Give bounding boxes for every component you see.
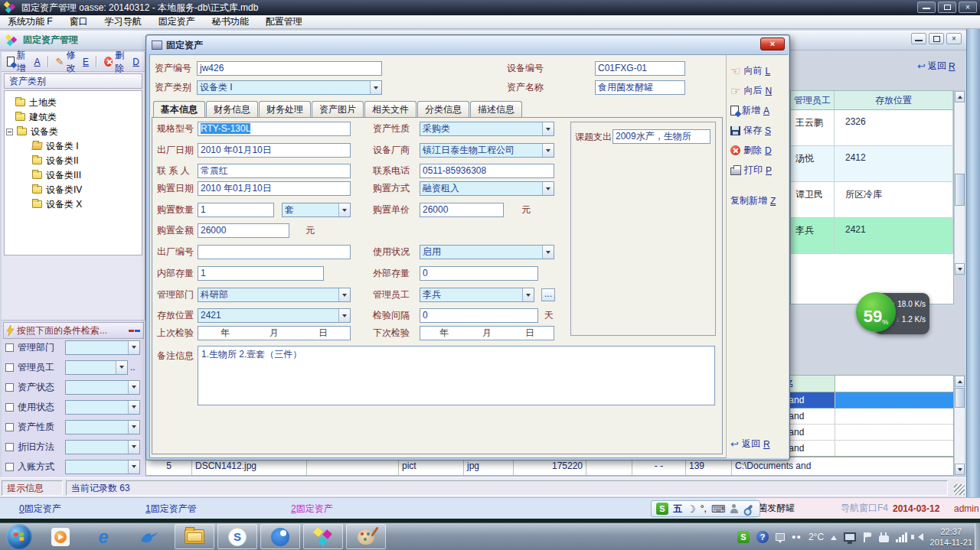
- scroll-up-button[interactable]: [955, 376, 965, 387]
- qty-input[interactable]: 1: [198, 203, 274, 217]
- taskbar-bird-icon[interactable]: [138, 526, 161, 548]
- copy-add-button[interactable]: 复制新增Z: [730, 194, 776, 207]
- scroll-down-button[interactable]: [955, 464, 965, 475]
- weather-temp[interactable]: 2°C: [808, 532, 824, 542]
- memory-ball[interactable]: 59 %: [856, 292, 896, 332]
- spec-input[interactable]: RTY-S-130L: [198, 122, 351, 136]
- wintab-1[interactable]: 1固定资产管: [145, 503, 197, 516]
- file-list-row[interactable]: nts and: [773, 425, 953, 441]
- tree-item-equipment[interactable]: 设备类: [6, 125, 58, 138]
- table-row[interactable]: 王云鹏 2326: [791, 110, 953, 146]
- tree-item-equipment-x[interactable]: 设备类 X: [32, 197, 82, 211]
- wubi-icon[interactable]: 五: [673, 503, 682, 516]
- network-monitor-icon[interactable]: [844, 532, 856, 542]
- buy-mode-select[interactable]: 融资租入: [420, 181, 554, 196]
- menu-secretary[interactable]: 秘书功能: [212, 15, 249, 28]
- scroll-down-button[interactable]: [955, 263, 965, 275]
- dropdown-button[interactable]: [338, 309, 350, 322]
- tab-related-files[interactable]: 相关文件: [364, 101, 416, 118]
- last-check-input[interactable]: 年月日: [198, 326, 351, 340]
- tab-asset-photo[interactable]: 资产图片: [312, 101, 364, 118]
- dropdown-button[interactable]: [338, 203, 350, 216]
- category-delete-button[interactable]: 删除D: [102, 47, 142, 76]
- asset-state-checkbox[interactable]: [5, 383, 14, 392]
- tree-item-equipment-2[interactable]: 设备类II: [32, 154, 79, 168]
- wintab-0[interactable]: 0固定资产: [19, 503, 61, 516]
- tree-item-building[interactable]: 建筑类: [15, 110, 57, 124]
- mdi-close-button[interactable]: ×: [946, 33, 962, 44]
- tray-sogou-icon[interactable]: S: [737, 531, 750, 543]
- use-state-select[interactable]: 启用: [420, 245, 554, 259]
- nature-filter-select[interactable]: [65, 420, 140, 434]
- scroll-thumb[interactable]: [955, 174, 965, 206]
- wintab-2-active[interactable]: 2固定资产: [291, 503, 333, 516]
- dropdown-button[interactable]: [128, 381, 139, 394]
- punctuation-icon[interactable]: °,: [701, 503, 707, 514]
- scroll-thumb[interactable]: [955, 388, 965, 408]
- staff-more-button[interactable]: ...: [541, 288, 555, 301]
- file-list-row[interactable]: nts and: [773, 408, 953, 425]
- dropdown-button[interactable]: [128, 341, 139, 354]
- collapse-icon[interactable]: [6, 129, 13, 135]
- action-center-flag-icon[interactable]: [863, 532, 872, 542]
- delete-button[interactable]: 删除D: [730, 144, 772, 157]
- taskbar-asset-app-button[interactable]: [303, 524, 343, 549]
- nav-window-label[interactable]: 导航窗口F4: [841, 502, 888, 515]
- table-row[interactable]: 汤悦 2412: [791, 146, 953, 182]
- contact-input[interactable]: 常震红: [198, 164, 351, 178]
- taskbar-browser-button[interactable]: [260, 524, 300, 549]
- dropdown-button[interactable]: [542, 122, 554, 135]
- scroll-up-button[interactable]: [955, 91, 965, 103]
- signal-bars-icon[interactable]: [896, 532, 907, 542]
- unit-select[interactable]: 套: [282, 203, 351, 217]
- nature-checkbox[interactable]: [5, 423, 14, 431]
- phone-input[interactable]: 0511-85936308: [420, 164, 554, 178]
- dropdown-button[interactable]: [128, 421, 139, 434]
- dropdown-button[interactable]: [542, 182, 554, 195]
- print-button[interactable]: 打印P: [730, 164, 772, 177]
- project-input[interactable]: 2009水产，生物所: [612, 129, 710, 144]
- tray-window-icon[interactable]: [776, 533, 785, 541]
- file-list-row-selected[interactable]: nts and: [773, 392, 953, 408]
- close-button[interactable]: ×: [959, 2, 977, 13]
- dropdown-button[interactable]: [128, 461, 139, 474]
- menu-fixed-assets[interactable]: 固定资产: [158, 15, 195, 28]
- device-no-input[interactable]: C01FXG-01: [595, 61, 685, 76]
- tab-description[interactable]: 描述信息: [470, 101, 522, 118]
- mfg-date-input[interactable]: 2010 年01月10日: [198, 143, 351, 158]
- menu-config[interactable]: 配置管理: [266, 15, 302, 28]
- dialog-back-button[interactable]: ↩ 返回R: [730, 438, 770, 451]
- col-location[interactable]: 存放位置: [835, 91, 953, 109]
- staff-filter-select[interactable]: [65, 360, 128, 375]
- wrench-icon[interactable]: [744, 504, 753, 513]
- staff-checkbox[interactable]: [5, 363, 14, 372]
- moon-icon[interactable]: ☽: [687, 503, 696, 515]
- dropdown-button[interactable]: [370, 81, 381, 94]
- staff-more-button[interactable]: ..: [130, 362, 136, 373]
- entry-mode-checkbox[interactable]: [5, 463, 14, 471]
- speed-indicator[interactable]: ↑ 18.0 K/s ↓ 1.2 K/s 59 %: [856, 291, 929, 337]
- next-check-input[interactable]: 年月日: [420, 326, 554, 340]
- show-desktop-button[interactable]: [975, 523, 980, 550]
- interval-input[interactable]: 0: [420, 308, 538, 323]
- power-plug-icon[interactable]: [879, 535, 889, 542]
- start-button[interactable]: [6, 524, 32, 550]
- buy-date-input[interactable]: 2010 年01月10日: [198, 181, 351, 196]
- file-list-row[interactable]: nts and: [773, 441, 953, 457]
- serial-input[interactable]: [198, 245, 351, 259]
- tab-classify-info[interactable]: 分类信息: [417, 101, 469, 118]
- tree-item-land[interactable]: 土地类: [15, 96, 57, 109]
- table-row[interactable]: 谭卫民 所区冷库: [791, 182, 953, 218]
- tree-item-equipment-4[interactable]: 设备类IV: [32, 183, 82, 197]
- tray-clock[interactable]: 22:37 2014-11-21: [930, 526, 972, 548]
- depreciation-filter-select[interactable]: [65, 440, 140, 454]
- nature-select[interactable]: 采购类: [420, 122, 554, 136]
- taskbar-explorer-button[interactable]: [175, 524, 214, 549]
- dropdown-button[interactable]: [542, 246, 554, 259]
- menu-system[interactable]: 系统功能 F: [8, 15, 53, 28]
- maximize-button[interactable]: [938, 2, 956, 13]
- amount-input[interactable]: 26000: [198, 223, 289, 238]
- internal-qty-input[interactable]: 1: [198, 266, 324, 281]
- external-qty-input[interactable]: 0: [420, 266, 538, 281]
- taskbar-paint-button[interactable]: [346, 524, 386, 549]
